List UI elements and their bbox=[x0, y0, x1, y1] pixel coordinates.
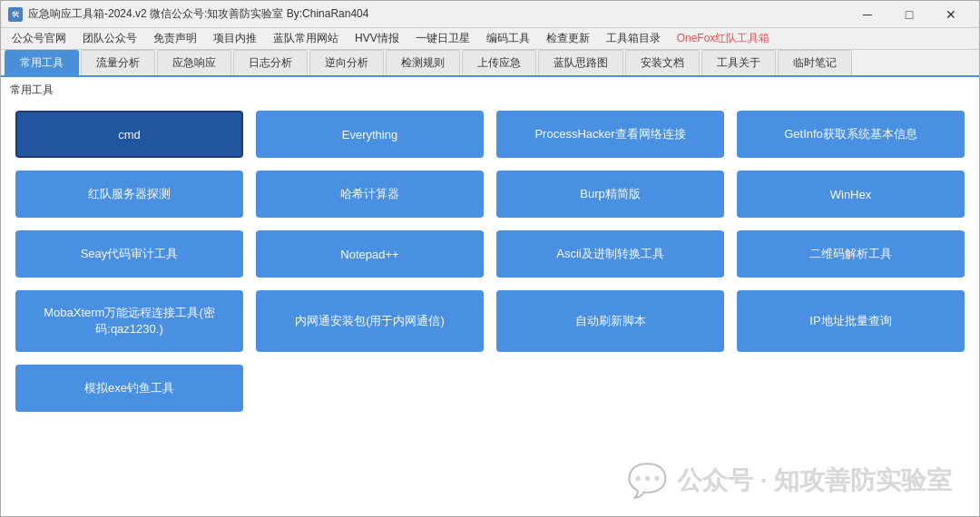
tool-button[interactable]: 红队服务器探测 bbox=[15, 171, 243, 218]
menu-item[interactable]: 工具箱目录 bbox=[599, 29, 668, 48]
tool-button[interactable]: 内网通安装包(用于内网通信) bbox=[256, 290, 484, 352]
tool-button[interactable]: cmd bbox=[15, 111, 243, 158]
title-bar-controls: ─ □ ✕ bbox=[847, 1, 972, 28]
menu-item[interactable]: HVV情报 bbox=[348, 29, 407, 48]
tool-button[interactable]: 哈希计算器 bbox=[256, 171, 484, 218]
tool-button[interactable]: IP地址批量查询 bbox=[737, 290, 965, 352]
tool-button[interactable]: Ascii及进制转换工具 bbox=[496, 230, 724, 278]
tab-item[interactable]: 蓝队思路图 bbox=[538, 50, 623, 75]
title-bar-left: 🛠 应急响应工具箱-2024.v2 微信公众号:知攻善防实验室 By:China… bbox=[8, 6, 368, 22]
tab-bar: 常用工具流量分析应急响应日志分析逆向分析检测规则上传应急蓝队思路图安装文档工具关… bbox=[1, 50, 979, 77]
tab-item[interactable]: 流量分析 bbox=[81, 50, 155, 75]
footer-watermark: 💬 公众号 · 知攻善防实验室 bbox=[627, 462, 952, 500]
menu-item[interactable]: 编码工具 bbox=[479, 29, 537, 48]
tab-item[interactable]: 安装文档 bbox=[625, 50, 700, 75]
tool-button[interactable]: ProcessHacker查看网络连接 bbox=[496, 111, 724, 158]
tab-item[interactable]: 临时笔记 bbox=[778, 50, 852, 75]
close-button[interactable]: ✕ bbox=[930, 1, 972, 28]
menu-item[interactable]: 团队公众号 bbox=[75, 29, 144, 48]
tab-item[interactable]: 常用工具 bbox=[5, 50, 79, 75]
section-label: 常用工具 bbox=[1, 77, 979, 102]
app-icon: 🛠 bbox=[8, 7, 23, 22]
tab-item[interactable]: 应急响应 bbox=[157, 50, 231, 75]
tool-grid: cmdEverythingProcessHacker查看网络连接GetInfo获… bbox=[1, 102, 979, 421]
window-title: 应急响应工具箱-2024.v2 微信公众号:知攻善防实验室 By:ChinaRa… bbox=[28, 6, 368, 22]
tool-button[interactable]: Notepad++ bbox=[256, 230, 484, 278]
title-bar: 🛠 应急响应工具箱-2024.v2 微信公众号:知攻善防实验室 By:China… bbox=[1, 1, 979, 28]
menu-item[interactable]: OneFox红队工具箱 bbox=[670, 29, 778, 48]
tab-item[interactable]: 逆向分析 bbox=[309, 50, 384, 75]
tool-button[interactable]: 模拟exe钓鱼工具 bbox=[15, 365, 243, 412]
menu-item[interactable]: 蓝队常用网站 bbox=[266, 29, 346, 48]
minimize-button[interactable]: ─ bbox=[847, 1, 888, 28]
menu-item[interactable]: 一键日卫星 bbox=[408, 29, 477, 48]
app-window: 🛠 应急响应工具箱-2024.v2 微信公众号:知攻善防实验室 By:China… bbox=[0, 0, 980, 517]
menu-item[interactable]: 项目内推 bbox=[206, 29, 264, 48]
tool-button[interactable]: GetInfo获取系统基本信息 bbox=[737, 111, 965, 158]
tool-button[interactable]: 自动刷新脚本 bbox=[496, 290, 724, 352]
menu-item[interactable]: 公众号官网 bbox=[5, 29, 74, 48]
tab-item[interactable]: 上传应急 bbox=[462, 50, 536, 75]
menu-bar: 公众号官网团队公众号免责声明项目内推蓝队常用网站HVV情报一键日卫星编码工具检查… bbox=[1, 28, 979, 50]
tab-item[interactable]: 工具关于 bbox=[701, 50, 776, 75]
tool-button[interactable]: 二维码解析工具 bbox=[737, 230, 965, 278]
footer-text: 公众号 · 知攻善防实验室 bbox=[677, 463, 952, 498]
tool-button[interactable]: Everything bbox=[256, 111, 484, 158]
tool-button[interactable]: Burp精简版 bbox=[496, 171, 724, 218]
menu-item[interactable]: 检查更新 bbox=[539, 29, 597, 48]
menu-item[interactable]: 免责声明 bbox=[146, 29, 204, 48]
tab-item[interactable]: 检测规则 bbox=[386, 50, 460, 75]
tab-item[interactable]: 日志分析 bbox=[233, 50, 308, 75]
tool-button[interactable]: WinHex bbox=[737, 171, 965, 218]
wechat-icon: 💬 bbox=[627, 462, 668, 500]
tool-button[interactable]: Seay代码审计工具 bbox=[15, 230, 243, 278]
content-area: 常用工具 cmdEverythingProcessHacker查看网络连接Get… bbox=[1, 77, 979, 516]
maximize-button[interactable]: □ bbox=[888, 1, 930, 28]
tool-button[interactable]: MobaXterm万能远程连接工具(密码:qaz1230.) bbox=[15, 290, 243, 352]
